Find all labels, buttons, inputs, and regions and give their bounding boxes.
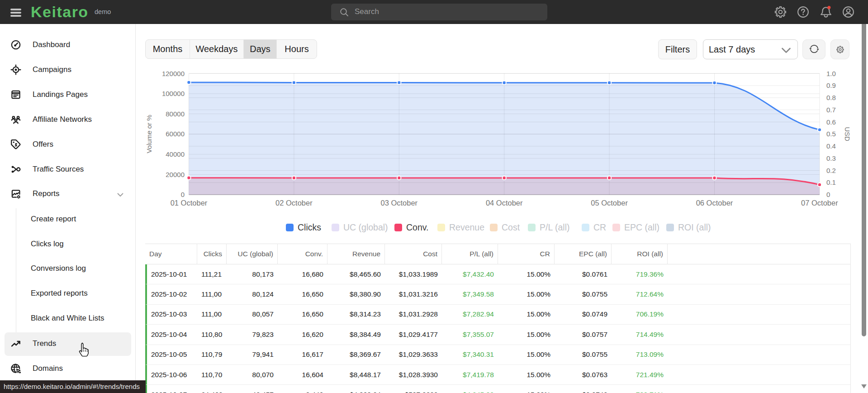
svg-text:0: 0 bbox=[826, 191, 830, 198]
svg-text:04 October: 04 October bbox=[486, 199, 523, 207]
svg-text:1.0: 1.0 bbox=[826, 70, 836, 77]
svg-text:40000: 40000 bbox=[166, 150, 185, 158]
svg-text:0.7: 0.7 bbox=[826, 106, 836, 114]
svg-text:120000: 120000 bbox=[162, 70, 185, 77]
svg-text:0.3: 0.3 bbox=[826, 154, 836, 162]
svg-text:02 October: 02 October bbox=[275, 199, 313, 207]
svg-text:Volume or %: Volume or % bbox=[145, 115, 153, 153]
svg-text:0.1: 0.1 bbox=[826, 178, 836, 186]
svg-text:80000: 80000 bbox=[166, 110, 185, 118]
svg-text:0.8: 0.8 bbox=[826, 94, 836, 101]
svg-text:0.5: 0.5 bbox=[826, 130, 836, 138]
svg-text:06 October: 06 October bbox=[696, 199, 733, 207]
svg-text:0: 0 bbox=[181, 191, 185, 198]
svg-text:05 October: 05 October bbox=[591, 199, 628, 207]
svg-text:100000: 100000 bbox=[162, 90, 185, 97]
svg-text:0.4: 0.4 bbox=[826, 142, 836, 150]
svg-text:0.6: 0.6 bbox=[826, 118, 836, 126]
svg-text:01 October: 01 October bbox=[171, 199, 208, 207]
svg-text:20000: 20000 bbox=[166, 171, 185, 178]
svg-text:07 October: 07 October bbox=[801, 199, 838, 207]
svg-text:0.9: 0.9 bbox=[826, 81, 836, 89]
svg-text:USD: USD bbox=[844, 127, 851, 141]
svg-text:0.2: 0.2 bbox=[826, 167, 836, 174]
svg-text:03 October: 03 October bbox=[380, 199, 417, 207]
svg-text:60000: 60000 bbox=[166, 130, 185, 138]
